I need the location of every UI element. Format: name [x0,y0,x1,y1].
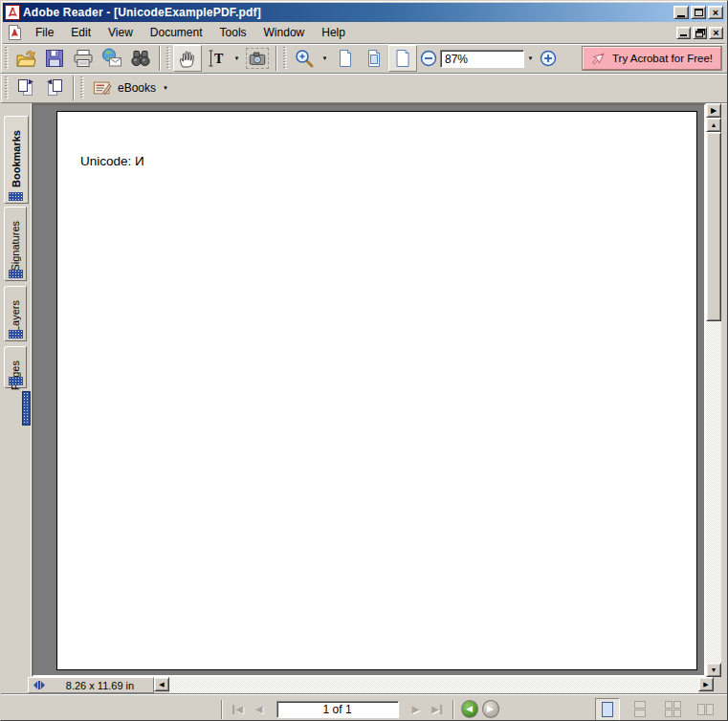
menu-document[interactable]: Document [142,24,211,41]
email-button[interactable] [98,45,126,72]
actual-size-page-icon [334,47,357,70]
hand-tool-icon [176,47,199,70]
page-layout-cluster [595,698,717,721]
toolbar-grip[interactable] [5,47,9,70]
page-size-panel: 8.26 x 11.69 in [28,677,154,693]
menu-help[interactable]: Help [313,24,354,41]
adobe-reader-window: Adobe Reader - [UnicodeExamplePDF.pdf] ×… [0,0,728,721]
document-task-button-2[interactable] [40,75,69,101]
scroll-left-button[interactable]: ◀ [154,677,169,691]
menu-tools[interactable]: Tools [211,24,255,41]
page-indicator-field[interactable]: 1 of 1 [276,701,399,718]
last-page-button[interactable]: ▶ [428,700,447,719]
scroll-up-button[interactable]: ▲ [706,118,721,132]
page-size-label: 8.26 x 11.69 in [51,680,149,691]
zoom-level-dropdown-button[interactable]: ▼ [524,45,537,72]
fit-page-icon [363,47,386,70]
page-arrow-right-icon [14,76,37,99]
separator [221,700,223,719]
first-page-icon: ◀ [232,705,243,714]
continuous-layout-button[interactable] [628,698,652,721]
select-text-tool-button[interactable]: T [202,45,231,72]
maximize-button[interactable] [691,6,706,19]
minimize-button[interactable] [673,6,689,19]
menu-file[interactable]: File [27,24,62,41]
vertical-scroll-track[interactable] [706,132,721,663]
zoom-in-icon [539,49,558,68]
document-close-button[interactable]: × [709,27,723,39]
fit-width-button[interactable] [388,45,417,72]
zoom-tool-dropdown-button[interactable]: ▼ [319,45,331,72]
scroll-down-button[interactable]: ▼ [706,663,721,677]
search-button[interactable] [126,45,155,72]
minimize-icon [677,15,685,17]
toolbar-grip[interactable] [166,47,170,70]
toolbar-main: T ▼ ▼ [1,44,727,74]
open-button[interactable] [11,45,40,72]
status-corner [1,677,28,693]
pdf-page[interactable]: Unicode: И [56,111,697,670]
zoom-in-button[interactable] [537,45,560,72]
bottom-status-bar: ◀ ◀ 1 of 1 ▶ ▶ ◀ ▶ [1,693,727,721]
previous-view-button[interactable]: ◀ [460,700,479,719]
toolbar-grip[interactable] [5,76,9,99]
horizontal-scroll-track[interactable] [169,677,698,693]
zoom-out-button[interactable] [417,45,440,72]
document-minimize-button[interactable] [676,27,691,39]
close-button[interactable]: × [708,6,723,19]
tab-signatures[interactable]: Signatures [4,207,27,281]
ebooks-button[interactable]: eBooks ▼ [87,75,173,101]
ebooks-icon [92,78,113,98]
facing-layout-button[interactable] [693,698,717,721]
email-globe-icon [100,47,123,70]
snapshot-tool-button[interactable] [243,45,272,72]
actual-size-button[interactable] [331,45,360,72]
binoculars-icon [129,47,152,70]
tab-bookmarks[interactable]: Bookmarks [4,116,29,204]
pdf-document-icon[interactable] [7,24,23,41]
document-pane[interactable]: Unicode: И [32,103,706,677]
single-page-icon [599,701,616,718]
toolbar-grip[interactable] [283,47,287,70]
pane-expand-button[interactable]: ▶ [706,103,721,118]
zoom-tool-button[interactable] [290,45,319,72]
toolbar-grip[interactable] [80,76,84,99]
tab-bookmarks-label: Bookmarks [11,117,22,191]
close-icon: × [713,8,718,18]
try-acrobat-button[interactable]: Try Acrobat for Free! [583,47,721,70]
select-text-dropdown-button[interactable]: ▼ [231,45,243,72]
zoom-level-field[interactable]: 87% [440,50,524,68]
menu-edit[interactable]: Edit [62,24,99,41]
save-button[interactable] [40,45,69,72]
next-view-button[interactable]: ▶ [481,700,500,719]
print-button[interactable] [69,45,98,72]
scroll-right-button[interactable]: ▶ [698,677,714,691]
menu-view[interactable]: View [99,24,142,41]
previous-page-button[interactable]: ◀ [250,700,269,719]
continuous-facing-layout-button[interactable] [660,698,685,721]
tab-pages[interactable]: Pages [4,346,27,388]
toolbar-tasks: eBooks ▼ [1,74,727,103]
next-page-button[interactable]: ▶ [407,700,426,719]
tab-grip [9,377,23,385]
document-window-controls: × [676,27,723,39]
single-page-layout-button[interactable] [595,698,620,721]
tab-layers[interactable]: Layers [4,286,27,341]
title-bar[interactable]: Adobe Reader - [UnicodeExamplePDF.pdf] × [3,3,725,22]
menu-window[interactable]: Window [255,24,314,41]
page-arrow-left-icon [43,76,66,99]
chevron-down-icon: ▼ [322,55,328,61]
navigation-pane-splitter[interactable] [22,391,31,426]
zoom-out-icon [419,49,438,68]
hand-tool-button[interactable] [173,45,202,72]
document-restore-button[interactable] [693,27,707,39]
printer-icon [72,47,95,70]
fit-page-button[interactable] [360,45,388,72]
document-minimize-icon [680,34,687,36]
tab-layers-label: Layers [10,287,21,336]
document-task-button-1[interactable] [11,75,40,101]
pane-splitter-icon[interactable] [33,681,46,689]
try-acrobat-label: Try Acrobat for Free! [612,53,713,64]
vertical-scroll-thumb[interactable] [706,132,721,321]
first-page-button[interactable]: ◀ [229,700,248,719]
